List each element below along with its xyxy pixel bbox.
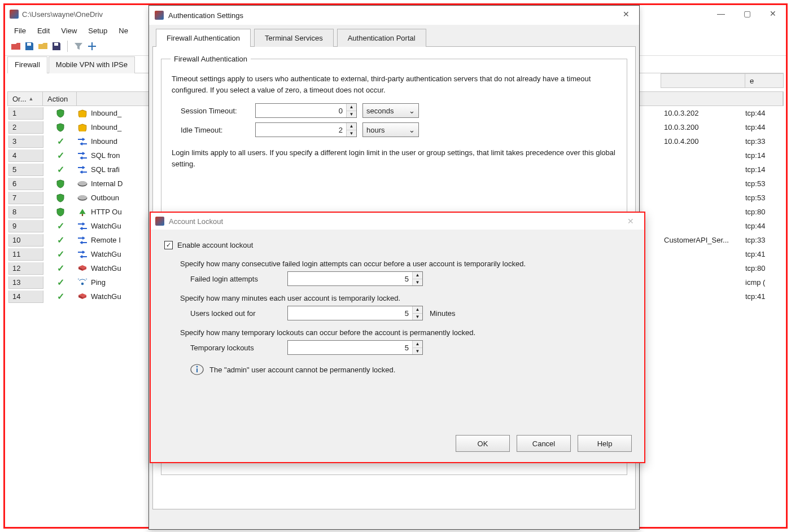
tab-terminal-services[interactable]: Terminal Services (254, 29, 334, 47)
temp-lockouts-input[interactable] (288, 341, 412, 354)
session-timeout-input[interactable] (256, 104, 346, 117)
row-port: tcp:33 (745, 137, 784, 146)
row-port: tcp:44 (745, 109, 784, 117)
row-port: icmp ( (745, 278, 784, 287)
add-icon[interactable] (87, 41, 97, 51)
row-action: ✓ (43, 151, 77, 160)
shield-icon (56, 179, 65, 188)
auth-tabs: Firewall Authentication Terminal Service… (152, 28, 636, 47)
policy-type-icon (77, 166, 88, 174)
enable-lockout-checkbox[interactable]: ✓ (164, 241, 173, 249)
menu-file[interactable]: File (10, 25, 30, 36)
cancel-button[interactable]: Cancel (517, 435, 571, 452)
row-action: ✓ (43, 137, 77, 146)
auth-dialog-titlebar[interactable]: Authentication Settings (149, 6, 639, 25)
menu-edit[interactable]: Edit (33, 25, 54, 36)
failed-attempts-input[interactable] (288, 272, 412, 285)
svg-point-3 (78, 181, 87, 186)
policy-type-icon (77, 180, 88, 188)
lockout-title: Account Lockout (169, 217, 223, 226)
locked-out-label: Users locked out for (190, 309, 281, 318)
menu-setup[interactable]: Setup (84, 25, 112, 36)
auth-dialog-close-icon[interactable]: ✕ (613, 6, 639, 23)
spin-up-icon[interactable]: ▲ (347, 123, 356, 130)
tab-firewall[interactable]: Firewall (7, 56, 47, 73)
open-folder-icon[interactable] (38, 41, 48, 51)
row-order: 6 (8, 178, 43, 190)
temp-lockouts-field[interactable]: ▲▼ (287, 340, 423, 355)
row-action: ✓ (43, 222, 77, 231)
idle-timeout-input[interactable] (256, 123, 346, 137)
col-order[interactable]: Or...▲ (8, 92, 43, 105)
spin-up-icon[interactable]: ▲ (413, 341, 422, 348)
col-to[interactable] (661, 73, 745, 88)
save-disk-icon[interactable] (51, 41, 62, 51)
locked-out-field[interactable]: ▲▼ (287, 306, 423, 320)
close-button[interactable]: ✕ (760, 5, 786, 22)
policy-type-icon (77, 138, 88, 146)
filter-icon[interactable] (73, 41, 84, 51)
session-timeout-unit[interactable]: seconds ⌄ (362, 103, 419, 118)
row-to: 10.0.3.202 (661, 109, 745, 117)
maximize-button[interactable]: ▢ (734, 5, 760, 22)
spin-down-icon[interactable]: ▼ (347, 130, 356, 137)
check-icon: ✓ (57, 222, 64, 231)
lockout-titlebar[interactable]: Account Lockout (151, 213, 644, 230)
check-icon: ✓ (57, 137, 64, 146)
session-timeout-field[interactable]: ▲▼ (255, 103, 357, 118)
idle-timeout-unit[interactable]: hours ⌄ (362, 122, 419, 137)
minimize-button[interactable]: — (708, 5, 734, 22)
idle-timeout-field[interactable]: ▲▼ (255, 122, 357, 137)
shield-icon (56, 109, 65, 118)
row-port: tcp:80 (745, 208, 784, 216)
row-order: 12 (8, 262, 43, 275)
locked-out-input[interactable] (288, 306, 412, 320)
tab-mobile-vpn[interactable]: Mobile VPN with IPSe (49, 56, 135, 73)
shield-icon (56, 208, 65, 217)
spin-down-icon[interactable]: ▼ (413, 279, 422, 286)
policy-type-icon (77, 293, 88, 301)
check-icon: ✓ (57, 292, 64, 301)
spin-up-icon[interactable]: ▲ (413, 272, 422, 279)
row-port: tcp:53 (745, 179, 784, 188)
locked-out-unit: Minutes (430, 309, 456, 318)
row-to: CustomerAPI_Ser... (661, 236, 745, 244)
row-order: 14 (8, 291, 43, 303)
spin-up-icon[interactable]: ▲ (347, 104, 356, 111)
spin-down-icon[interactable]: ▼ (347, 111, 356, 118)
idle-timeout-label: Idle Timeout: (171, 126, 250, 134)
check-icon: ✓ (57, 264, 64, 273)
menu-network[interactable]: Ne (114, 25, 133, 36)
spin-up-icon[interactable]: ▲ (413, 306, 422, 314)
row-port: tcp:44 (745, 123, 784, 131)
chevron-down-icon: ⌄ (409, 107, 415, 115)
row-order: 5 (8, 164, 43, 176)
row-order: 13 (8, 276, 43, 289)
policy-type-icon (77, 250, 88, 258)
row-order: 7 (8, 192, 43, 204)
ok-button[interactable]: OK (456, 435, 510, 452)
spin-down-icon[interactable]: ▼ (413, 314, 422, 320)
policy-type-icon (77, 236, 88, 244)
row-port: tcp:41 (745, 250, 784, 258)
row-order: 3 (8, 135, 43, 148)
row-to: 10.0.3.200 (661, 123, 745, 131)
row-action: ✓ (43, 236, 77, 245)
app-icon (155, 217, 164, 226)
help-button[interactable]: Help (578, 435, 632, 452)
menu-view[interactable]: View (56, 25, 81, 36)
row-port: tcp:14 (745, 151, 784, 160)
open-red-icon[interactable] (11, 41, 21, 51)
lockout-close-icon[interactable]: ✕ (619, 214, 642, 228)
tab-auth-portal[interactable]: Authentication Portal (337, 29, 426, 47)
failed-attempts-field[interactable]: ▲▼ (287, 271, 423, 286)
temp-lockouts-label: Temporary lockouts (190, 344, 281, 352)
spin-down-icon[interactable]: ▼ (413, 348, 422, 355)
save-blue-icon[interactable] (24, 41, 34, 51)
col-misc[interactable]: e (745, 73, 784, 88)
tab-firewall-auth[interactable]: Firewall Authentication (156, 29, 251, 47)
auth-dialog-title: Authentication Settings (168, 11, 243, 20)
firewall-auth-legend: Firewall Authentication (171, 55, 251, 63)
main-title-text: C:\Users\wayne\OneDriv (22, 10, 103, 19)
col-action[interactable]: Action (43, 92, 77, 105)
